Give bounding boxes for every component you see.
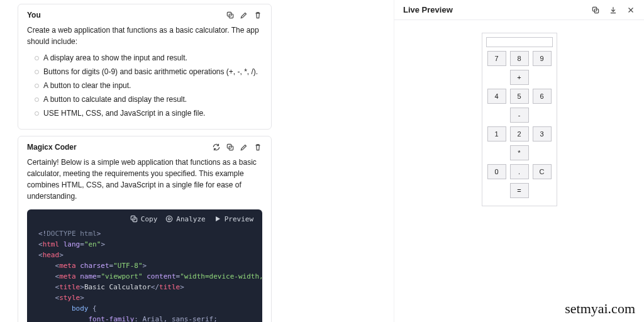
code-preview-button[interactable]: Preview — [213, 214, 253, 223]
requirement-item: A button to calculate and display the re… — [35, 94, 262, 105]
calc-key-7[interactable]: 7 — [487, 51, 506, 66]
requirement-item: A display area to show the input and res… — [35, 52, 262, 64]
code-content: <!DOCTYPE html> <html lang="en"> <head> … — [27, 226, 262, 322]
preview-header: Live Preview — [394, 0, 644, 20]
calc-key-0[interactable]: 0 — [487, 164, 506, 179]
preview-actions — [591, 6, 635, 14]
requirements-list: A display area to show the input and res… — [27, 52, 262, 119]
assistant-name: Magicx Coder — [27, 143, 77, 152]
play-icon — [213, 214, 222, 223]
assistant-message-header: Magicx Coder — [27, 143, 262, 152]
calc-key-2[interactable]: 2 — [510, 126, 529, 142]
calc-key-5[interactable]: 5 — [510, 89, 529, 104]
user-message-actions — [226, 11, 262, 19]
calc-key-6[interactable]: 6 — [533, 89, 552, 104]
watermark: setmyai.com — [565, 301, 635, 317]
calc-key-9[interactable]: 9 — [533, 51, 552, 66]
copy-icon[interactable] — [226, 143, 235, 152]
assistant-reply-text: Certainly! Below is a simple web applica… — [27, 157, 262, 202]
preview-body: 789+456-123*0.C= — [394, 20, 644, 322]
user-message-card: You Create a web application that functi… — [18, 4, 272, 130]
user-prompt-text: Create a web application that functions … — [27, 25, 262, 47]
copy-icon[interactable] — [591, 6, 600, 14]
close-icon[interactable] — [626, 6, 635, 14]
edit-icon[interactable] — [240, 143, 248, 152]
regenerate-icon[interactable] — [212, 143, 221, 152]
calc-key-=[interactable]: = — [510, 183, 529, 198]
code-copy-label: Copy — [141, 215, 158, 223]
delete-icon[interactable] — [253, 143, 262, 152]
calc-key-8[interactable]: 8 — [510, 51, 529, 66]
code-copy-button[interactable]: Copy — [130, 214, 158, 223]
calc-key-.[interactable]: . — [510, 164, 529, 179]
calculator-keys: 789+456-123*0.C= — [486, 51, 553, 198]
user-message-body: Create a web application that functions … — [27, 25, 262, 119]
user-name: You — [27, 11, 41, 19]
delete-icon[interactable] — [253, 11, 262, 19]
download-icon[interactable] — [609, 6, 618, 14]
calc-key-+[interactable]: + — [510, 70, 529, 85]
copy-icon — [130, 214, 138, 223]
preview-pane: Live Preview 789+456-123*0.C= — [394, 0, 644, 322]
calculator: 789+456-123*0.C= — [482, 33, 557, 206]
calc-key-3[interactable]: 3 — [533, 126, 552, 142]
target-icon — [165, 214, 174, 223]
code-analyze-button[interactable]: Analyze — [165, 214, 205, 223]
code-toolbar: Copy Analyze Preview — [27, 209, 262, 226]
requirement-item: A button to clear the input. — [35, 80, 262, 91]
calc-key-*[interactable]: * — [510, 145, 529, 160]
calc-key--[interactable]: - — [510, 108, 529, 123]
code-analyze-label: Analyze — [176, 215, 205, 223]
code-block: Copy Analyze Preview <!DOCTYPE html> <ht… — [27, 209, 262, 322]
requirement-item: USE HTML, CSS, and JavaScript in a singl… — [35, 108, 262, 119]
svg-point-6 — [167, 216, 172, 221]
calc-key-C[interactable]: C — [533, 164, 552, 179]
user-message-header: You — [27, 11, 262, 19]
assistant-message-card: Magicx Coder Certainly! Below is a simpl… — [18, 136, 272, 322]
edit-icon[interactable] — [240, 11, 248, 19]
code-preview-label: Preview — [225, 215, 253, 223]
calculator-display[interactable] — [486, 37, 553, 47]
chat-pane: You Create a web application that functi… — [0, 0, 277, 322]
svg-point-7 — [169, 218, 171, 220]
calc-key-1[interactable]: 1 — [487, 126, 506, 142]
requirement-item: Buttons for digits (0-9) and basic arith… — [35, 66, 262, 77]
assistant-message-actions — [212, 143, 262, 152]
calc-key-4[interactable]: 4 — [487, 89, 506, 104]
copy-icon[interactable] — [226, 11, 235, 19]
preview-title: Live Preview — [403, 5, 453, 14]
